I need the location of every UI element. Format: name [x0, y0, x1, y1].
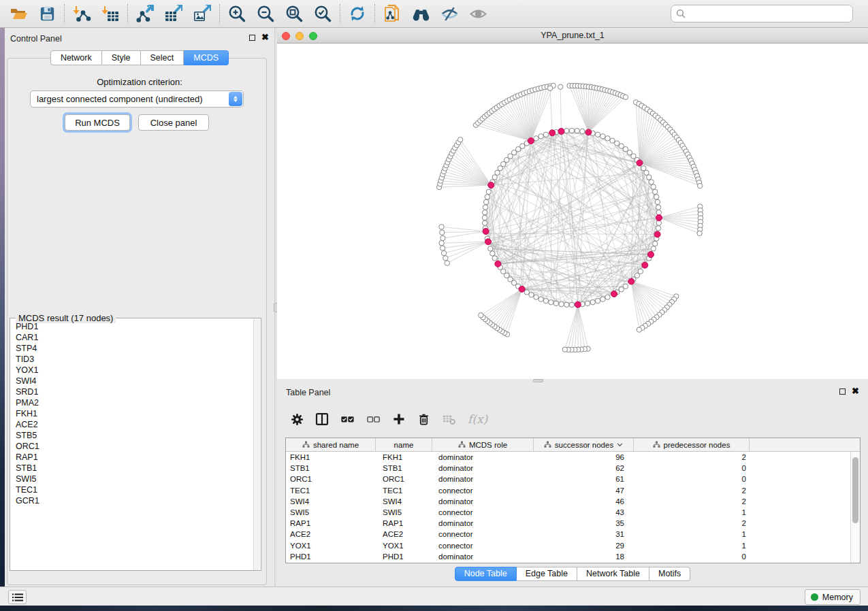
- export-network-icon[interactable]: [131, 1, 159, 26]
- cell-predecessor-nodes[interactable]: 0: [634, 475, 750, 483]
- network-hub-node[interactable]: [519, 286, 525, 292]
- network-leaf-node[interactable]: [697, 231, 702, 235]
- table-row[interactable]: FKH1FKH1dominator962: [286, 452, 850, 463]
- cell-name[interactable]: SWI4: [376, 497, 432, 506]
- cell-shared-name[interactable]: YOX1: [286, 542, 376, 550]
- network-graph[interactable]: [277, 44, 868, 379]
- zoom-selected-icon[interactable]: [308, 1, 337, 26]
- table-columns-icon[interactable]: [315, 409, 329, 429]
- mcds-result-list[interactable]: PHD1CAR1STP4TID3YOX1SWI4SRD1PMA2FKH1ACE2…: [11, 321, 253, 567]
- add-row-icon[interactable]: [392, 409, 406, 429]
- mcds-result-item[interactable]: ACE2: [11, 419, 253, 430]
- zoom-out-icon[interactable]: [251, 1, 280, 26]
- network-node[interactable]: [655, 199, 660, 204]
- cell-shared-name[interactable]: TEC1: [286, 486, 376, 495]
- network-hub-node[interactable]: [528, 138, 534, 144]
- cell-successor-nodes[interactable]: 47: [534, 486, 634, 495]
- network-node[interactable]: [488, 246, 493, 251]
- cell-name[interactable]: RAP1: [376, 519, 432, 527]
- cell-shared-name[interactable]: FKH1: [286, 453, 376, 461]
- splitter-grip[interactable]: [533, 379, 543, 382]
- import-table-icon[interactable]: [96, 1, 125, 26]
- network-node[interactable]: [575, 129, 579, 133]
- network-node[interactable]: [492, 175, 497, 180]
- cell-mcds-role[interactable]: dominator: [432, 453, 534, 461]
- cell-name[interactable]: TEC1: [376, 486, 432, 495]
- network-hub-node[interactable]: [628, 278, 634, 284]
- mcds-list-scrollbar[interactable]: [253, 319, 260, 570]
- cell-successor-nodes[interactable]: 29: [534, 542, 634, 550]
- cell-predecessor-nodes[interactable]: 2: [634, 497, 750, 506]
- network-leaf-node[interactable]: [441, 250, 446, 255]
- cell-mcds-role[interactable]: dominator: [432, 519, 534, 527]
- cell-predecessor-nodes[interactable]: 1: [634, 530, 750, 538]
- table-row[interactable]: SWI4SWI4dominator462: [286, 496, 850, 507]
- network-node[interactable]: [569, 128, 574, 133]
- network-node[interactable]: [485, 195, 489, 199]
- cell-mcds-role[interactable]: connector: [432, 486, 534, 495]
- cell-successor-nodes[interactable]: 31: [534, 530, 634, 538]
- network-leaf-node[interactable]: [698, 183, 703, 188]
- network-node[interactable]: [641, 166, 646, 171]
- network-leaf-node[interactable]: [637, 327, 641, 332]
- network-node[interactable]: [595, 132, 600, 137]
- cell-successor-nodes[interactable]: 96: [534, 453, 634, 461]
- tab-style[interactable]: Style: [102, 50, 141, 65]
- network-node[interactable]: [600, 134, 605, 139]
- cell-mcds-role[interactable]: connector: [432, 508, 534, 516]
- cell-shared-name[interactable]: ACE2: [286, 530, 376, 538]
- network-node[interactable]: [654, 195, 659, 199]
- optimization-criterion-select[interactable]: largest connected component (undirected): [30, 90, 244, 108]
- network-node[interactable]: [656, 205, 660, 210]
- network-leaf-node[interactable]: [623, 95, 628, 99]
- cell-mcds-role[interactable]: dominator: [432, 464, 534, 472]
- column-header-mcds-role[interactable]: MCDS role: [432, 438, 534, 451]
- network-node[interactable]: [486, 189, 491, 194]
- import-network-icon[interactable]: [67, 1, 96, 26]
- cell-shared-name[interactable]: STB1: [286, 464, 376, 472]
- mcds-result-item[interactable]: STP4: [11, 343, 253, 354]
- mcds-result-item[interactable]: FKH1: [11, 408, 253, 419]
- table-row[interactable]: TEC1TEC1connector472: [286, 485, 850, 496]
- cell-mcds-role[interactable]: connector: [432, 542, 534, 550]
- mcds-result-item[interactable]: ORC1: [11, 441, 253, 452]
- function-builder-icon[interactable]: f(x): [468, 409, 487, 429]
- cell-shared-name[interactable]: ORC1: [286, 475, 376, 483]
- network-node[interactable]: [649, 180, 654, 184]
- close-panel-icon[interactable]: ✖: [852, 388, 859, 395]
- network-leaf-node[interactable]: [479, 313, 483, 318]
- deselect-all-icon[interactable]: [366, 409, 381, 429]
- open-file-icon[interactable]: [4, 1, 33, 26]
- network-leaf-node[interactable]: [440, 230, 445, 235]
- network-from-document-icon[interactable]: [378, 1, 406, 26]
- cell-shared-name[interactable]: SWI4: [286, 497, 376, 506]
- network-hub-node[interactable]: [495, 261, 501, 267]
- save-icon[interactable]: [33, 1, 61, 26]
- cell-name[interactable]: PHD1: [376, 552, 432, 561]
- network-leaf-node[interactable]: [443, 256, 448, 261]
- network-leaf-node[interactable]: [440, 246, 445, 250]
- network-node[interactable]: [564, 302, 569, 307]
- cell-predecessor-nodes[interactable]: 0: [634, 552, 750, 561]
- network-node[interactable]: [656, 226, 660, 231]
- tab-network[interactable]: Network: [50, 50, 102, 65]
- cell-name[interactable]: ORC1: [376, 475, 432, 483]
- table-row[interactable]: YOX1YOX1connector291: [286, 540, 850, 551]
- network-node[interactable]: [534, 136, 539, 141]
- mcds-result-item[interactable]: CAR1: [11, 332, 253, 343]
- table-scrollbar-thumb[interactable]: [852, 457, 858, 523]
- network-node[interactable]: [483, 210, 487, 215]
- mcds-result-item[interactable]: TID3: [11, 354, 253, 365]
- network-node[interactable]: [610, 138, 615, 143]
- network-leaf-node[interactable]: [562, 347, 567, 352]
- float-panel-icon[interactable]: [249, 35, 255, 41]
- network-leaf-node[interactable]: [439, 225, 444, 229]
- network-hub-node[interactable]: [611, 291, 617, 297]
- cell-mcds-role[interactable]: dominator: [432, 497, 534, 506]
- mcds-result-item[interactable]: SWI4: [11, 376, 253, 386]
- tab-motifs[interactable]: Motifs: [649, 567, 690, 581]
- network-node[interactable]: [605, 136, 610, 141]
- network-node[interactable]: [619, 287, 624, 292]
- network-node[interactable]: [483, 199, 488, 204]
- network-node[interactable]: [580, 129, 585, 133]
